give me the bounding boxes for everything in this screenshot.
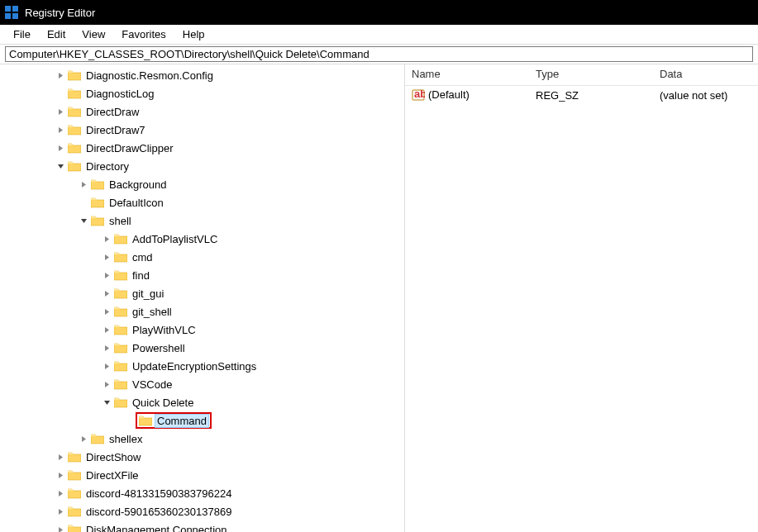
tree-row[interactable]: UpdateEncryptionSettings bbox=[0, 357, 404, 375]
tree-label: Background bbox=[107, 178, 168, 191]
folder-icon bbox=[114, 342, 127, 354]
tree-label: cmd bbox=[131, 251, 155, 264]
expander-closed-icon[interactable] bbox=[101, 269, 112, 281]
tree-row[interactable]: DefaultIcon bbox=[0, 193, 404, 211]
folder-icon bbox=[139, 415, 152, 426]
tree-row[interactable]: DirectXFile bbox=[0, 466, 404, 484]
folder-icon bbox=[68, 487, 81, 499]
svg-rect-0 bbox=[5, 6, 11, 12]
expander-closed-icon[interactable] bbox=[55, 124, 66, 135]
title-bar: Registry Editor bbox=[0, 0, 758, 25]
expander-closed-icon[interactable] bbox=[55, 142, 66, 154]
expander-closed-icon[interactable] bbox=[101, 342, 112, 354]
menu-help[interactable]: Help bbox=[174, 26, 213, 43]
folder-icon bbox=[114, 269, 127, 281]
tree-label: DiagnosticLog bbox=[84, 88, 155, 100]
tree-row[interactable]: DirectShow bbox=[0, 448, 404, 466]
tree-label: DirectShow bbox=[84, 451, 142, 463]
list-pane[interactable]: Name Type Data ab(Default)REG_SZ(value n… bbox=[405, 64, 758, 532]
expander-closed-icon[interactable] bbox=[101, 378, 112, 390]
menu-favorites[interactable]: Favorites bbox=[113, 26, 174, 43]
highlight-annotation: Command bbox=[136, 412, 212, 429]
expander-open-icon[interactable] bbox=[101, 397, 112, 408]
tree-label: DirectXFile bbox=[84, 469, 141, 482]
tree-row[interactable]: DiskManagement.Connection bbox=[0, 520, 404, 532]
tree-row[interactable]: shellex bbox=[0, 430, 404, 448]
menu-edit[interactable]: Edit bbox=[39, 26, 74, 43]
tree-row[interactable]: Command bbox=[0, 411, 404, 430]
tree-row[interactable]: DirectDrawClipper bbox=[0, 139, 404, 157]
tree-row[interactable]: find bbox=[0, 266, 404, 284]
folder-icon bbox=[68, 142, 81, 154]
tree-row[interactable]: Directory bbox=[0, 157, 404, 175]
address-input[interactable] bbox=[5, 46, 753, 62]
tree-label: git_gui bbox=[131, 287, 165, 300]
tree-row[interactable]: DiagnosticLog bbox=[0, 84, 404, 102]
tree-row[interactable]: cmd bbox=[0, 248, 404, 266]
tree-row[interactable]: git_gui bbox=[0, 284, 404, 302]
main-split: Diagnostic.Resmon.ConfigDiagnosticLogDir… bbox=[0, 64, 758, 532]
tree-pane[interactable]: Diagnostic.Resmon.ConfigDiagnosticLogDir… bbox=[0, 64, 405, 532]
svg-text:ab: ab bbox=[414, 88, 425, 100]
tree-row[interactable]: discord-590165360230137869 bbox=[0, 502, 404, 520]
tree-label: discord-590165360230137869 bbox=[84, 506, 233, 518]
folder-icon bbox=[68, 451, 81, 463]
tree-row[interactable]: PlayWithVLC bbox=[0, 321, 404, 339]
folder-icon bbox=[91, 178, 104, 190]
expander-closed-icon[interactable] bbox=[78, 433, 89, 444]
expander-closed-icon[interactable] bbox=[101, 306, 112, 317]
tree-row[interactable]: Background bbox=[0, 175, 404, 193]
folder-icon bbox=[68, 69, 81, 81]
tree-label: VSCode bbox=[131, 378, 174, 391]
expander-closed-icon[interactable] bbox=[101, 287, 112, 299]
menu-view[interactable]: View bbox=[74, 26, 113, 43]
expander-closed-icon[interactable] bbox=[55, 487, 66, 499]
expander-closed-icon[interactable] bbox=[55, 69, 66, 81]
folder-icon bbox=[91, 433, 104, 444]
folder-icon bbox=[114, 287, 127, 299]
tree-row[interactable]: DirectDraw bbox=[0, 102, 404, 121]
menu-file[interactable]: File bbox=[5, 26, 39, 43]
tree-row[interactable]: Diagnostic.Resmon.Config bbox=[0, 66, 404, 84]
window-title: Registry Editor bbox=[25, 7, 95, 19]
tree-row[interactable]: shell bbox=[0, 211, 404, 230]
folder-icon bbox=[68, 160, 81, 172]
tree-label: discord-481331590383796224 bbox=[84, 487, 233, 500]
folder-icon bbox=[68, 469, 81, 481]
expander-spacer bbox=[55, 88, 66, 99]
tree-row[interactable]: Powershell bbox=[0, 339, 404, 357]
expander-closed-icon[interactable] bbox=[55, 506, 66, 517]
tree-row[interactable]: DirectDraw7 bbox=[0, 121, 404, 139]
address-bar bbox=[0, 45, 758, 64]
column-header-data[interactable]: Data bbox=[653, 64, 758, 85]
list-header: Name Type Data bbox=[405, 64, 758, 86]
tree-row[interactable]: Quick Delete bbox=[0, 393, 404, 411]
value-name: (Default) bbox=[428, 88, 470, 101]
expander-closed-icon[interactable] bbox=[101, 251, 112, 263]
expander-closed-icon[interactable] bbox=[55, 106, 66, 117]
tree-row[interactable]: discord-481331590383796224 bbox=[0, 484, 404, 502]
expander-closed-icon[interactable] bbox=[78, 178, 89, 190]
tree-label: Directory bbox=[84, 160, 131, 173]
folder-icon bbox=[114, 397, 127, 408]
expander-closed-icon[interactable] bbox=[101, 233, 112, 245]
tree-row[interactable]: git_shell bbox=[0, 302, 404, 321]
expander-open-icon[interactable] bbox=[55, 160, 66, 172]
column-header-name[interactable]: Name bbox=[405, 64, 529, 85]
tree-row[interactable]: VSCode bbox=[0, 375, 404, 393]
tree-label: PlayWithVLC bbox=[131, 324, 198, 336]
svg-rect-2 bbox=[5, 13, 11, 19]
tree-label: Diagnostic.Resmon.Config bbox=[84, 69, 215, 82]
expander-closed-icon[interactable] bbox=[55, 451, 66, 463]
column-header-type[interactable]: Type bbox=[529, 64, 653, 85]
expander-closed-icon[interactable] bbox=[55, 524, 66, 532]
tree-row[interactable]: AddToPlaylistVLC bbox=[0, 230, 404, 248]
folder-icon bbox=[114, 360, 127, 372]
expander-closed-icon[interactable] bbox=[101, 324, 112, 335]
folder-icon bbox=[68, 88, 81, 99]
expander-open-icon[interactable] bbox=[78, 215, 89, 226]
expander-closed-icon[interactable] bbox=[101, 360, 112, 372]
expander-closed-icon[interactable] bbox=[55, 469, 66, 481]
list-row[interactable]: ab(Default)REG_SZ(value not set) bbox=[405, 86, 758, 104]
cell-data: (value not set) bbox=[653, 88, 758, 103]
